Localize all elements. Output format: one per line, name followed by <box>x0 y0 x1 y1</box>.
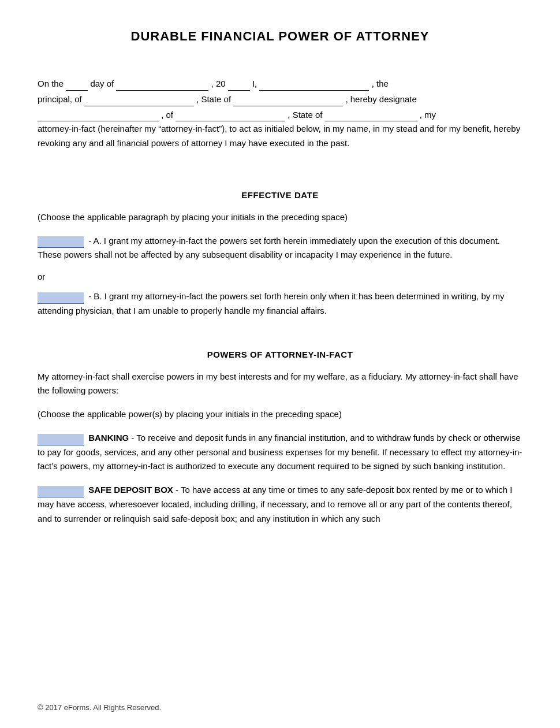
of-text: , of <box>161 110 176 120</box>
state-of-2-text: , State of <box>288 110 324 120</box>
principal-of-text: principal, of <box>38 94 84 104</box>
initials-field-b[interactable] <box>38 292 84 304</box>
state-of-1-text: , State of <box>196 94 233 104</box>
initials-field-banking[interactable] <box>38 434 84 445</box>
document-title: DURABLE FINANCIAL POWER OF ATTORNEY <box>38 29 522 44</box>
banking-paragraph: BANKING - To receive and deposit funds i… <box>38 431 522 474</box>
i-text: I, <box>252 79 260 88</box>
choose-effective-text: (Choose the applicable paragraph by plac… <box>38 210 522 225</box>
choose-powers-text: (Choose the applicable power(s) by placi… <box>38 407 522 422</box>
banking-label: BANKING <box>88 433 129 443</box>
year-field[interactable] <box>228 76 250 91</box>
option-a-paragraph: - A. I grant my attorney-in-fact the pow… <box>38 234 522 263</box>
spacer-2 <box>38 328 522 339</box>
principal-address-field[interactable] <box>84 91 194 106</box>
powers-heading: POWERS OF ATTORNEY-IN-FACT <box>38 350 522 359</box>
on-the-text: On the <box>38 79 66 88</box>
principal-name-field[interactable] <box>259 76 369 91</box>
intro-paragraph: On the day of , 20 I, , the principal, o… <box>38 76 522 151</box>
attorney-address-field[interactable] <box>176 107 285 122</box>
day-of-text: day of <box>90 79 116 88</box>
principal-state-field[interactable] <box>233 91 343 106</box>
month-field[interactable] <box>116 76 208 91</box>
option-b-text: - B. I grant my attorney-in-fact the pow… <box>38 291 505 315</box>
initials-field-safe-deposit[interactable] <box>38 486 84 497</box>
my-text: , my <box>420 110 436 120</box>
powers-intro-text: My attorney-in-fact shall exercise power… <box>38 370 522 399</box>
year-prefix-text: , 20 <box>211 79 226 88</box>
footer-copyright: © 2017 eForms. All Rights Reserved. <box>38 703 161 712</box>
option-a-text: - A. I grant my attorney-in-fact the pow… <box>38 236 500 260</box>
spacer-1 <box>38 168 522 180</box>
day-field[interactable] <box>66 76 88 91</box>
remainder-text: attorney-in-fact (hereinafter my “attorn… <box>38 124 520 148</box>
option-b-paragraph: - B. I grant my attorney-in-fact the pow… <box>38 289 522 318</box>
or-text: or <box>38 272 522 281</box>
hereby-designate-text: , hereby designate <box>345 94 416 104</box>
attorney-state-field[interactable] <box>325 107 417 122</box>
safe-deposit-paragraph: SAFE DEPOSIT BOX - To have access at any… <box>38 483 522 526</box>
document-page: DURABLE FINANCIAL POWER OF ATTORNEY On t… <box>0 0 560 728</box>
effective-date-heading: EFFECTIVE DATE <box>38 190 522 200</box>
safe-deposit-label: SAFE DEPOSIT BOX <box>88 485 173 495</box>
the-text: , the <box>372 79 389 88</box>
attorney-name-field[interactable] <box>38 107 159 122</box>
initials-field-a[interactable] <box>38 236 84 248</box>
